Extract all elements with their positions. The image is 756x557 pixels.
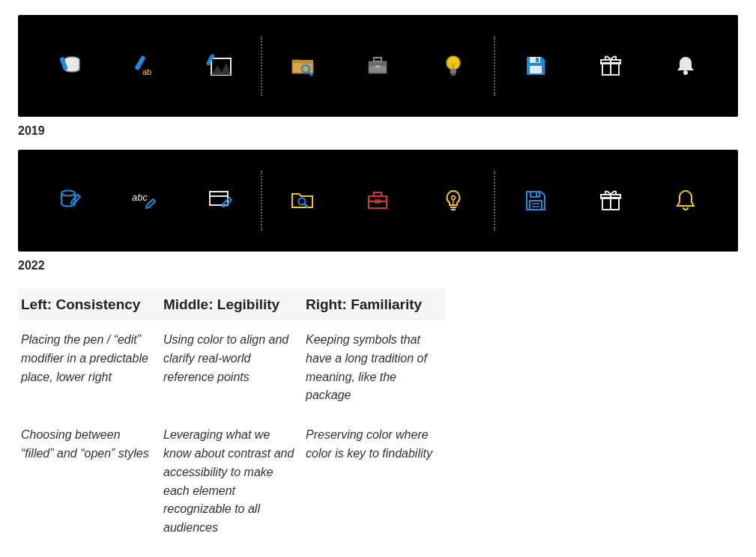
group-consistency-2019: ab (33, 48, 258, 84)
svg-point-27 (299, 198, 306, 205)
text-consistency-1: Placing the pen / “edit” modifier in a p… (21, 331, 154, 405)
save-floppy-icon (518, 48, 554, 84)
svg-rect-18 (530, 66, 542, 73)
lightbulb-icon (435, 48, 471, 84)
edit-rename-icon: ab (127, 48, 163, 84)
group-consistency-2022: abc (33, 183, 258, 219)
edit-cylinder-icon (52, 183, 88, 219)
svg-point-22 (683, 70, 688, 75)
group-legibility-2019 (265, 48, 490, 84)
bell-icon (668, 48, 704, 84)
folder-search-icon (285, 183, 321, 219)
briefcase-icon (360, 183, 396, 219)
principles-grid: Left: Consistency Middle: Legibility Rig… (18, 289, 453, 548)
group-familiarity-2022 (498, 183, 723, 219)
briefcase-icon (360, 48, 396, 84)
svg-rect-25 (210, 192, 228, 205)
svg-rect-11 (374, 58, 381, 61)
edit-window-icon (202, 183, 238, 219)
edit-image-icon (202, 48, 238, 84)
svg-rect-37 (530, 192, 539, 197)
icon-bar-2022: abc (18, 150, 738, 252)
text-familiarity-1: Keeping symbols that have a long traditi… (306, 331, 439, 405)
save-floppy-icon (518, 183, 554, 219)
group-legibility-2022 (265, 183, 490, 219)
svg-text:abc: abc (132, 192, 148, 203)
text-consistency-2: Choosing between “filled” and “open” sty… (21, 426, 154, 538)
svg-rect-15 (451, 73, 456, 76)
separator (494, 36, 495, 96)
year-label-2022: 2022 (18, 259, 738, 273)
heading-legibility: Middle: Legibility (160, 289, 303, 320)
heading-consistency: Left: Consistency (18, 289, 160, 320)
gift-icon (593, 48, 629, 84)
heading-familiarity: Right: Familiarity (303, 289, 445, 320)
lightbulb-icon (435, 183, 471, 219)
svg-point-23 (61, 191, 75, 196)
separator (261, 171, 262, 231)
svg-rect-31 (374, 192, 381, 196)
folder-search-icon (285, 48, 321, 84)
svg-point-33 (451, 196, 455, 200)
svg-rect-12 (375, 65, 380, 68)
separator (494, 171, 495, 231)
edit-rename-icon: abc (127, 183, 163, 219)
gift-icon (593, 183, 629, 219)
svg-rect-14 (450, 69, 456, 73)
svg-rect-39 (530, 201, 542, 210)
svg-rect-17 (536, 58, 539, 62)
group-familiarity-2019 (498, 48, 723, 84)
year-label-2019: 2019 (18, 124, 738, 138)
separator (261, 36, 262, 96)
icon-bar-2019: ab (18, 15, 738, 117)
svg-text:ab: ab (142, 67, 151, 76)
text-legibility-1: Using color to align and clarify real-wo… (163, 331, 297, 405)
svg-marker-5 (211, 63, 231, 75)
bell-icon (668, 183, 704, 219)
text-familiarity-2: Preserving color where color is key to f… (306, 426, 439, 538)
text-legibility-2: Leveraging what we know about contrast a… (163, 426, 297, 538)
edit-cylinder-icon (52, 48, 88, 84)
